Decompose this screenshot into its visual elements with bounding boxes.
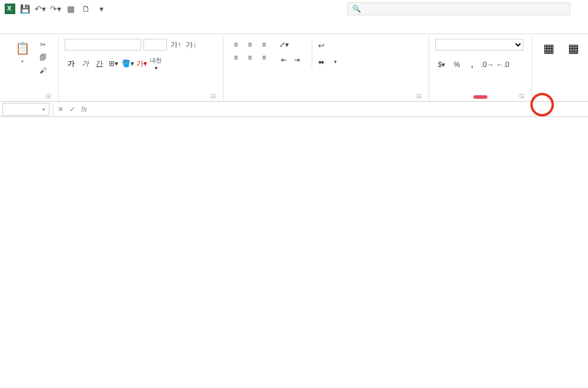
cancel-formula-icon[interactable]: ✕ bbox=[55, 105, 66, 113]
number-launcher-icon[interactable]: ◲ bbox=[519, 93, 524, 99]
align-center-icon[interactable]: ≡ bbox=[243, 52, 256, 63]
ribbon: 📋 ▾ ✂ 🗐 🖌 ◲ 가↑ 가↓ 가 가 간 bbox=[0, 34, 588, 102]
ribbon-group-styles: ▦ ▦ bbox=[532, 36, 579, 101]
ribbon-group-font: 가↑ 가↓ 가 가 간 ⊞▾ 🪣▾ 가▾ 내천▾ ◲ bbox=[59, 36, 223, 101]
increase-indent-icon[interactable]: ⇥ bbox=[290, 54, 303, 66]
border-button[interactable]: ⊞▾ bbox=[107, 58, 120, 69]
align-right-icon[interactable]: ≡ bbox=[258, 52, 270, 63]
decrease-font-icon[interactable]: 가↓ bbox=[185, 39, 198, 51]
save-icon[interactable]: 💾 bbox=[20, 4, 29, 14]
clipboard-launcher-icon[interactable]: ◲ bbox=[46, 93, 51, 99]
font-size-select[interactable] bbox=[143, 39, 167, 51]
cut-icon[interactable]: ✂ bbox=[36, 39, 49, 51]
align-left-icon[interactable]: ≡ bbox=[229, 52, 242, 63]
font-name-select[interactable] bbox=[65, 39, 141, 51]
formula-bar: ▾ ✕ ✓ fx bbox=[0, 102, 588, 117]
align-middle-icon[interactable]: ≡ bbox=[243, 39, 256, 51]
fill-color-button[interactable]: 🪣▾ bbox=[121, 58, 134, 69]
fx-icon[interactable]: fx bbox=[78, 105, 90, 113]
excel-logo-icon bbox=[5, 4, 15, 14]
annotation-circle bbox=[530, 93, 554, 116]
ribbon-group-number: $▾ % , .0→ ←.0 ◲ bbox=[429, 36, 532, 101]
orientation-icon[interactable]: ⤢▾ bbox=[278, 39, 290, 51]
cell-styles-icon: ▦ bbox=[565, 40, 582, 56]
format-painter-icon[interactable]: 🖌 bbox=[36, 65, 49, 76]
wrap-icon: ↩ bbox=[318, 41, 325, 50]
copy-icon[interactable]: 🗐 bbox=[36, 52, 49, 63]
name-box[interactable]: ▾ bbox=[2, 103, 49, 116]
enter-formula-icon[interactable]: ✓ bbox=[66, 105, 78, 113]
italic-button[interactable]: 가 bbox=[79, 58, 92, 69]
decrease-decimal-icon[interactable]: ←.0 bbox=[496, 59, 509, 71]
align-bottom-icon[interactable]: ≡ bbox=[258, 39, 270, 51]
bold-button[interactable]: 가 bbox=[65, 58, 78, 69]
quick-access-toolbar: 💾 ↶▾ ↷▾ ▦ 🗋 ▾ bbox=[20, 4, 106, 14]
qat-dropdown-icon[interactable]: ▾ bbox=[96, 4, 106, 14]
merge-icon: ⬌ bbox=[318, 58, 325, 66]
phonetic-button[interactable]: 내천▾ bbox=[149, 58, 162, 69]
redo-icon[interactable]: ↷▾ bbox=[51, 4, 60, 14]
font-color-button[interactable]: 가▾ bbox=[135, 58, 148, 69]
qat-icon-1[interactable]: ▦ bbox=[66, 4, 75, 14]
search-box[interactable]: 🔍 bbox=[347, 2, 570, 15]
ribbon-group-alignment: ≡ ≡ ≡ ≡ ≡ ≡ ⤢▾ ⇤ ⇥ ↩ ⬌▾ ◲ bbox=[223, 36, 429, 101]
comma-icon[interactable]: , bbox=[466, 59, 479, 71]
number-format-select[interactable] bbox=[435, 39, 523, 51]
ribbon-tabs bbox=[0, 18, 588, 34]
align-top-icon[interactable]: ≡ bbox=[229, 39, 242, 51]
font-launcher-icon[interactable]: ◲ bbox=[211, 93, 216, 99]
percent-icon[interactable]: % bbox=[450, 59, 463, 71]
clipboard-icon: 📋 bbox=[14, 40, 31, 56]
qat-icon-2[interactable]: 🗋 bbox=[81, 4, 91, 14]
paste-button[interactable]: 📋 ▾ bbox=[12, 39, 33, 65]
merge-center-button[interactable]: ⬌▾ bbox=[318, 55, 337, 68]
search-icon: 🔍 bbox=[352, 5, 361, 13]
conditional-format-button[interactable]: ▦ bbox=[538, 39, 559, 59]
conditional-format-icon: ▦ bbox=[540, 40, 557, 56]
undo-icon[interactable]: ↶▾ bbox=[35, 4, 45, 14]
cell-styles-button[interactable]: ▦ bbox=[563, 39, 584, 59]
ribbon-group-clipboard: 📋 ▾ ✂ 🗐 🖌 ◲ bbox=[6, 36, 59, 101]
increase-font-icon[interactable]: 가↑ bbox=[169, 39, 182, 51]
wrap-text-button[interactable]: ↩ bbox=[318, 39, 337, 52]
increase-decimal-icon[interactable]: .0→ bbox=[481, 59, 494, 71]
underline-button[interactable]: 간 bbox=[93, 58, 106, 69]
decrease-indent-icon[interactable]: ⇤ bbox=[278, 54, 290, 66]
alignment-launcher-icon[interactable]: ◲ bbox=[416, 93, 422, 99]
currency-icon[interactable]: $▾ bbox=[435, 59, 448, 71]
